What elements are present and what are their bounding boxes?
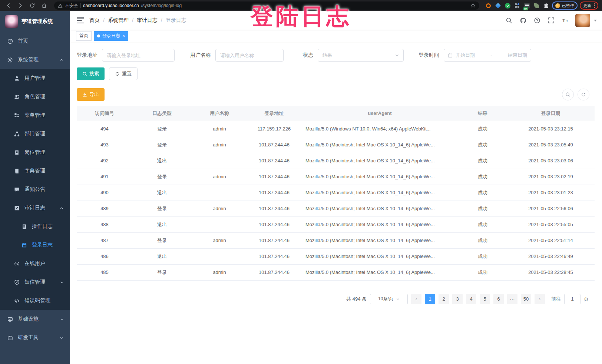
sidebar-item-sms-management[interactable]: 短信管理 bbox=[0, 273, 70, 291]
profile-avatar bbox=[555, 3, 560, 8]
table-row: 492退出101.87.244.46Mozilla/5.0 (Macintosh… bbox=[77, 153, 595, 169]
search-icon bbox=[82, 72, 87, 76]
chevron-down-icon bbox=[395, 53, 399, 57]
page-button-1[interactable]: 1 bbox=[425, 294, 435, 304]
tags-view: 首页 登录日志 × bbox=[70, 30, 602, 42]
home-icon[interactable] bbox=[39, 1, 49, 10]
app-title: 芋道管理系统 bbox=[22, 18, 53, 25]
extension-list-on-icon[interactable]: on bbox=[523, 2, 530, 9]
sidebar-item-dictionary-management[interactable]: 字典管理 bbox=[0, 162, 70, 180]
top-navbar: 首页 / 系统管理 / 审计日志 / 登录日志 TT bbox=[70, 11, 602, 30]
dashboard-icon bbox=[7, 39, 13, 44]
update-button[interactable]: 更新 bbox=[580, 1, 598, 10]
page-unit: 页 bbox=[584, 296, 589, 302]
menu-tree-icon bbox=[14, 113, 20, 118]
more-pages-button[interactable]: ··· bbox=[507, 294, 517, 304]
profile-paused-badge[interactable]: 已暂停 bbox=[552, 1, 578, 10]
table-row: 485登录admin101.87.244.46Mozilla/5.0 (Maci… bbox=[77, 264, 595, 280]
status-select[interactable]: 结果 bbox=[318, 49, 404, 62]
app-logo[interactable]: 芋道管理系统 bbox=[0, 11, 70, 32]
prev-page-button[interactable]: ‹ bbox=[411, 294, 421, 304]
page-button-2[interactable]: 2 bbox=[439, 294, 449, 304]
breadcrumb-home[interactable]: 首页 bbox=[89, 17, 100, 24]
tab-close-icon[interactable]: × bbox=[122, 34, 125, 38]
login-address-input[interactable] bbox=[102, 49, 175, 62]
reset-button[interactable]: 重置 bbox=[109, 67, 138, 80]
table-row: 491登录admin101.87.244.46Mozilla/5.0 (Maci… bbox=[77, 169, 595, 185]
badge-icon bbox=[14, 150, 20, 155]
avatar-caret-icon[interactable] bbox=[594, 20, 597, 21]
date-start[interactable]: 开始日期 bbox=[456, 52, 487, 59]
font-size-icon[interactable]: TT bbox=[561, 16, 569, 24]
extension-leaf-icon[interactable] bbox=[533, 2, 540, 9]
table-row: 487登录admin101.87.244.46Mozilla/5.0 (Maci… bbox=[77, 232, 595, 248]
divider bbox=[80, 3, 81, 8]
extension-puzzle-icon[interactable] bbox=[542, 2, 550, 9]
extension-grid-icon[interactable] bbox=[513, 2, 521, 9]
page-button-4[interactable]: 4 bbox=[466, 294, 476, 304]
sidebar-item-infrastructure[interactable]: 基础设施 bbox=[0, 310, 70, 328]
header-login-date: 登录日期 bbox=[507, 106, 595, 121]
header-search-icon[interactable] bbox=[505, 16, 513, 24]
table-row: 494登录admin117.159.17.226Mozilla/5.0 (Win… bbox=[77, 121, 595, 137]
url-bar[interactable]: 不安全 dashboard.yudao.iocoder.cn/system/lo… bbox=[54, 1, 479, 10]
browser-menu-icon[interactable] bbox=[594, 3, 595, 8]
refresh-table-button[interactable] bbox=[578, 89, 589, 100]
breadcrumb: 首页 / 系统管理 / 审计日志 / 登录日志 bbox=[89, 17, 186, 24]
date-end[interactable]: 结束日期 bbox=[495, 52, 527, 59]
breadcrumb-audit-log[interactable]: 审计日志 bbox=[137, 17, 158, 24]
infrastructure-icon bbox=[7, 317, 13, 322]
sidebar-item-online-users[interactable]: 在线用户 bbox=[0, 254, 70, 273]
page-button-50[interactable]: 50 bbox=[521, 294, 531, 304]
chevron-up-icon bbox=[60, 58, 63, 62]
extension-ring-icon[interactable] bbox=[484, 2, 492, 9]
github-icon[interactable] bbox=[519, 16, 527, 24]
page-button-6[interactable]: 6 bbox=[493, 294, 504, 304]
export-button[interactable]: 导出 bbox=[77, 88, 105, 101]
chevron-down-icon bbox=[60, 318, 63, 321]
help-icon[interactable] bbox=[533, 16, 541, 24]
forward-icon[interactable] bbox=[16, 1, 25, 10]
search-button[interactable]: 搜索 bbox=[77, 67, 105, 80]
back-icon[interactable] bbox=[4, 1, 13, 10]
login-log-table: 访问编号 日志类型 用户名称 登录地址 userAgent 结果 登录日期 49… bbox=[77, 106, 595, 281]
refresh-icon[interactable] bbox=[27, 1, 37, 10]
sidebar-item-home[interactable]: 首页 bbox=[0, 32, 70, 50]
toggle-search-button[interactable] bbox=[562, 89, 574, 100]
fullscreen-icon[interactable] bbox=[547, 16, 555, 24]
tab-login-log[interactable]: 登录日志 × bbox=[94, 31, 128, 41]
download-icon bbox=[82, 92, 87, 97]
operation-log-icon bbox=[22, 224, 27, 229]
browser-toolbar: 不安全 dashboard.yudao.iocoder.cn/system/lo… bbox=[0, 0, 602, 11]
username-input[interactable] bbox=[215, 49, 284, 62]
sidebar-item-menu-management[interactable]: 菜单管理 bbox=[0, 106, 70, 125]
calendar-icon bbox=[448, 53, 453, 58]
sidebar-item-error-code-management[interactable]: 错误码管理 bbox=[0, 291, 70, 310]
tab-home[interactable]: 首页 bbox=[76, 31, 92, 41]
user-avatar[interactable] bbox=[575, 14, 590, 27]
sidebar-item-dev-tools[interactable]: 研发工具 bbox=[0, 328, 70, 347]
sidebar-item-department-management[interactable]: 部门管理 bbox=[0, 125, 70, 143]
filter-form: 登录地址 用户名称 状态 结果 登录时间 bbox=[77, 49, 595, 62]
extension-diamond-icon[interactable] bbox=[494, 2, 502, 9]
extension-check-icon[interactable] bbox=[504, 2, 511, 9]
sidebar-item-user-management[interactable]: 用户管理 bbox=[0, 69, 70, 87]
sidebar-item-role-management[interactable]: 角色管理 bbox=[0, 87, 70, 106]
table-row: 490退出101.87.244.46Mozilla/5.0 (Macintosh… bbox=[77, 185, 595, 201]
breadcrumb-system[interactable]: 系统管理 bbox=[108, 17, 129, 24]
page-size-select[interactable]: 10条/页 bbox=[370, 294, 408, 304]
date-range-picker[interactable]: 开始日期 - 结束日期 bbox=[444, 49, 531, 62]
table-row: 488退出101.87.244.46Mozilla/5.0 (Macintosh… bbox=[77, 216, 595, 232]
next-page-button[interactable]: › bbox=[535, 294, 545, 304]
sidebar-item-login-log[interactable]: 登录日志 bbox=[0, 236, 70, 254]
goto-page-input[interactable] bbox=[564, 294, 580, 304]
page-button-3[interactable]: 3 bbox=[452, 294, 463, 304]
hamburger-icon[interactable] bbox=[77, 17, 84, 23]
sidebar-item-system-management[interactable]: 系统管理 bbox=[0, 50, 70, 69]
sidebar-item-audit-log[interactable]: 审计日志 bbox=[0, 199, 70, 217]
page-button-5[interactable]: 5 bbox=[480, 294, 490, 304]
star-icon[interactable] bbox=[470, 3, 476, 8]
sidebar-item-post-management[interactable]: 岗位管理 bbox=[0, 143, 70, 162]
sidebar-item-announcement[interactable]: 通知公告 bbox=[0, 180, 70, 199]
sidebar-item-operation-log[interactable]: 操作日志 bbox=[0, 217, 70, 236]
